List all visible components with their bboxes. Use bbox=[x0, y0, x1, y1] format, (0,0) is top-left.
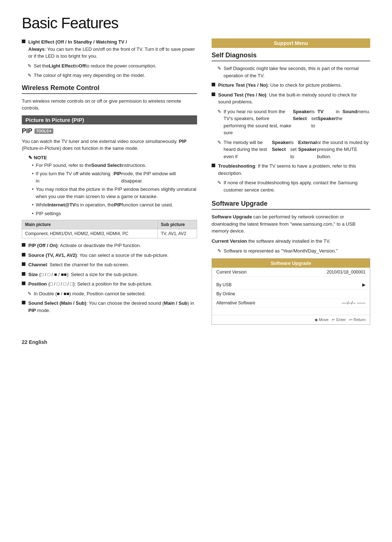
sw-current-value: 2010/01/18_000001 bbox=[327, 270, 366, 275]
sw-usb-arrow: ▶ bbox=[362, 282, 366, 287]
pip-note-3: You may notice that the picture in the P… bbox=[32, 186, 197, 200]
sw-row-usb[interactable]: By USB ▶ bbox=[212, 280, 370, 290]
pip-notes: NOTE For PIP sound, refer to the Sound S… bbox=[28, 155, 197, 217]
software-upgrade-box: Software Upgrade Current Version 2010/01… bbox=[212, 258, 370, 325]
pip-bullet-2: Source (TV, AV1, AV2): You can select a … bbox=[22, 252, 197, 259]
self-diagnosis-intro: Self Diagnostic might take few seconds, … bbox=[217, 65, 370, 79]
wireless-remote-text: Turn wireless remote controls on or off … bbox=[22, 98, 197, 112]
pip-position-note: In Double (■ / ■■) mode, Position cannot… bbox=[28, 290, 197, 297]
pip-note-4: While Internet@TV is in operation, the P… bbox=[32, 201, 197, 209]
pip-bullet-3: Channel: Select the channel for the sub-… bbox=[22, 261, 197, 268]
sw-alt-value: ----/--/-- ------ bbox=[342, 300, 366, 305]
picture-test-bullet: Picture Test (Yes / No): Use to check fo… bbox=[212, 82, 370, 89]
sw-alt-label: Alternative Software bbox=[216, 300, 255, 305]
pip-bullet-4: Size (□ / □ / ■ / ■■): Select a size for… bbox=[22, 271, 197, 278]
right-column: Support Menu Self Diagnosis Self Diagnos… bbox=[212, 38, 370, 325]
pip-text: PIP bbox=[22, 127, 32, 135]
pip-section-title: Picture In Picture (PIP) bbox=[22, 115, 197, 124]
left-column: Light Effect (Off / In Standby / Watchin… bbox=[22, 38, 197, 325]
pip-intro: You can watch the TV tuner and one exter… bbox=[22, 138, 197, 152]
light-effect-note2: The colour of light may very depending o… bbox=[28, 72, 197, 79]
light-effect-note1: Set the Light Effect to Off to reduce th… bbox=[28, 62, 197, 70]
tools-badge: TOOLS✦ bbox=[34, 128, 53, 134]
software-upgrade-section: Software Upgrade Software Upgrade can be… bbox=[212, 200, 370, 325]
pip-bullet-6: Sound Select (Main / Sub): You can choos… bbox=[22, 300, 197, 314]
pip-note-5: PIP settings bbox=[32, 210, 197, 217]
support-menu-label: Support Menu bbox=[212, 38, 370, 48]
sw-usb-label: By USB bbox=[216, 282, 232, 287]
self-diagnosis-section: Self Diagnosis Self Diagnostic might tak… bbox=[212, 52, 370, 193]
self-diagnosis-title: Self Diagnosis bbox=[212, 52, 370, 61]
pip-table-row1: Component, HDMI1/DVI, HDMI2, HDMI3, HDMI… bbox=[22, 229, 197, 238]
sw-box-title: Software Upgrade bbox=[212, 259, 370, 268]
pip-bullet-1: PIP (Off / On): Activate or deactivate t… bbox=[22, 242, 197, 249]
page-number: 22 English bbox=[22, 339, 370, 345]
version-note: Software is represented as "Year/Month/D… bbox=[217, 247, 370, 255]
pip-label-row: PIP TOOLS✦ bbox=[22, 127, 197, 135]
pip-bullet-5: Position (□ / □ / □ / □): Select a posit… bbox=[22, 280, 197, 288]
pip-note-header: NOTE bbox=[28, 155, 197, 160]
pip-note-2: If you turn the TV off while watching in… bbox=[32, 170, 197, 184]
page-title: Basic Features bbox=[22, 15, 370, 32]
sw-online-label: By Online bbox=[216, 291, 235, 296]
wireless-remote-section: Wireless Remote Control Turn wireless re… bbox=[22, 84, 197, 112]
pip-table-main: Component, HDMI1/DVI, HDMI2, HDMI3, HDMI… bbox=[22, 229, 158, 238]
light-effect-section: Light Effect (Off / In Standby / Watchin… bbox=[22, 38, 197, 79]
sound-test-note1: If you hear no sound from the TV's speak… bbox=[217, 108, 370, 136]
sw-current-label: Current Version bbox=[216, 270, 246, 275]
wireless-remote-title: Wireless Remote Control bbox=[22, 84, 197, 94]
sw-row-current: Current Version 2010/01/18_000001 bbox=[212, 268, 370, 277]
current-version-text: Current Version the software already ins… bbox=[212, 238, 370, 245]
troubleshooting-note: If none of these troubleshooting tips ap… bbox=[217, 179, 370, 193]
sound-test-note2: The melody will be heard during the test… bbox=[217, 139, 370, 160]
pip-table-sub: TV, AV1, AV2 bbox=[158, 229, 197, 238]
pip-table-col1: Main picture bbox=[22, 220, 158, 229]
sw-row-alt: Alternative Software ----/--/-- ------ bbox=[212, 299, 370, 308]
pip-section: Picture In Picture (PIP) PIP TOOLS✦ You … bbox=[22, 115, 197, 314]
sw-row-online[interactable]: By Online bbox=[212, 290, 370, 299]
square-bullet bbox=[22, 40, 25, 43]
sw-footer: ◆ Move ↵ Enter ↩ Return bbox=[212, 315, 370, 324]
software-upgrade-title: Software Upgrade bbox=[212, 200, 370, 210]
pip-settings-table: Main picture Sub picture Component, HDMI… bbox=[22, 220, 197, 238]
sound-test-bullet: Sound Test (Yes / No): Use the built-in … bbox=[212, 91, 370, 106]
pip-note-1: For PIP sound, refer to the Sound Select… bbox=[32, 162, 197, 169]
software-upgrade-intro: Software Upgrade can be performed by net… bbox=[212, 213, 370, 235]
pip-table-col2: Sub picture bbox=[158, 220, 197, 229]
light-effect-heading: Light Effect (Off / In Standby / Watchin… bbox=[22, 38, 197, 60]
troubleshooting-bullet: Troubleshooting: If the TV seems to have… bbox=[212, 163, 370, 177]
